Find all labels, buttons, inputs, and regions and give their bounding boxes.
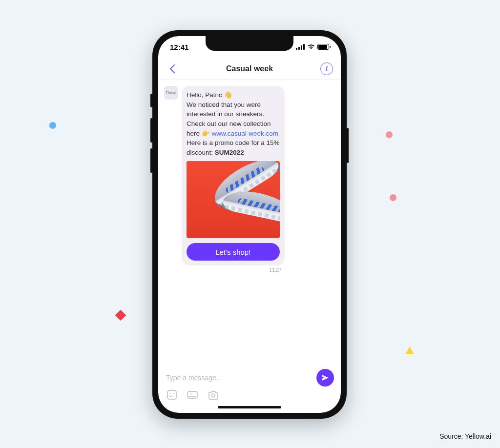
message-row: Daisy Hello, Patric 👋 We noticed that yo… [164,86,335,273]
back-button[interactable] [166,62,179,75]
phone-volume-down [150,148,152,173]
message-body-line: Check out our new collection [187,120,280,129]
avatar[interactable]: Daisy [164,86,178,100]
send-button[interactable] [316,369,334,387]
status-icons [296,43,329,51]
camera-icon[interactable] [207,389,220,400]
svg-point-5 [212,394,215,397]
message-body-line: interested in our sneakers. [187,110,280,119]
phone-mute-switch [150,94,152,107]
decorative-triangle-yellow [405,346,414,354]
message-promo-code-line: discount: SUM2022 [187,148,280,158]
pointer-emoji: 👉 [202,130,210,137]
message-link-line: here 👉 www.casual-week.com [187,129,280,139]
phone-frame: 12:41 Casual week i Daisy [152,30,347,419]
status-time: 12:41 [170,43,188,51]
decorative-diamond-red [115,310,126,321]
wifi-icon [307,43,315,51]
decorative-dot-blue [49,122,56,129]
chat-title: Casual week [226,64,273,73]
signal-icon [296,44,305,50]
promo-link[interactable]: www.casual-week.com [212,130,279,137]
gallery-icon[interactable] [187,389,199,400]
svg-point-1 [170,393,171,394]
phone-volume-up [150,118,152,143]
decorative-dot-pink-2 [390,194,396,201]
svg-point-4 [190,393,192,395]
phone-screen: 12:41 Casual week i Daisy [158,36,341,413]
composer-tools [165,389,334,400]
info-button[interactable]: i [320,62,333,75]
message-bubble: Hello, Patric 👋 We noticed that you were… [182,86,285,265]
sticker-icon[interactable] [166,389,179,400]
message-body-line: We noticed that you were [187,101,280,110]
phone-power-button [347,128,349,163]
home-indicator [218,406,281,408]
message-promo-line: Here is a promo code for a 15% [187,139,280,148]
status-bar: 12:41 [158,36,341,58]
chat-title-bar: Casual week i [158,58,341,80]
chat-area[interactable]: Daisy Hello, Patric 👋 We noticed that yo… [158,80,341,368]
decorative-dot-pink-1 [386,131,393,138]
sneaker-graphic-2 [219,186,279,235]
message-composer: Type a message... [158,366,341,400]
message-greeting: Hello, Patric 👋 [187,91,280,100]
svg-point-2 [173,393,174,394]
wave-emoji: 👋 [224,91,232,99]
promo-code: SUM2022 [215,149,244,156]
product-image [187,161,280,238]
lets-shop-button[interactable]: Let's shop! [187,243,280,261]
battery-icon [317,44,329,50]
message-timestamp: 11:27 [182,265,285,273]
source-attribution: Source: Yellow.ai [439,432,491,440]
compose-input[interactable]: Type a message... [165,371,312,385]
svg-rect-0 [167,390,176,399]
